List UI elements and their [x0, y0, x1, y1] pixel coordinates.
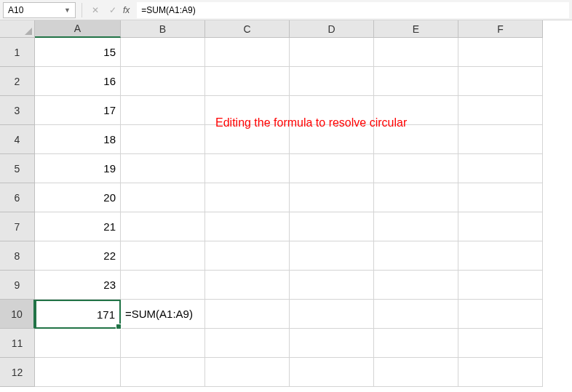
cell-B9[interactable] [121, 271, 205, 300]
cell-A8[interactable]: 22 [35, 241, 121, 271]
enter-icon[interactable]: ✓ [106, 3, 120, 17]
cell-E8[interactable] [374, 241, 458, 271]
row-header-8[interactable]: 8 [0, 241, 35, 271]
cell-E11[interactable] [374, 329, 458, 358]
column-header-F[interactable]: F [458, 20, 543, 38]
cell-E3[interactable] [374, 96, 458, 125]
cell-B3[interactable] [121, 96, 205, 125]
cell-D1[interactable] [290, 38, 374, 67]
row-header-11[interactable]: 11 [0, 329, 35, 358]
cell-C4[interactable] [205, 125, 290, 154]
cell-B1[interactable] [121, 38, 205, 67]
cell-E12[interactable] [374, 358, 458, 387]
fx-icon[interactable]: fx [123, 5, 130, 15]
column-header-D[interactable]: D [290, 20, 374, 38]
cell-C5[interactable] [205, 154, 290, 183]
cell-E7[interactable] [374, 212, 458, 241]
column-header-A[interactable]: A [35, 20, 121, 38]
row-header-5[interactable]: 5 [0, 154, 35, 183]
cell-F12[interactable] [458, 358, 543, 387]
cell-D5[interactable] [290, 154, 374, 183]
column-headers-row: A B C D E F [0, 20, 572, 38]
cell-E10[interactable] [374, 300, 458, 329]
cell-A7[interactable]: 21 [35, 212, 121, 241]
cell-B11[interactable] [121, 329, 205, 358]
cell-C2[interactable] [205, 67, 290, 96]
row-header-3[interactable]: 3 [0, 96, 35, 125]
cell-C8[interactable] [205, 241, 290, 271]
cell-A11[interactable] [35, 329, 121, 358]
cell-F8[interactable] [458, 241, 543, 271]
column-header-C[interactable]: C [205, 20, 290, 38]
cell-F7[interactable] [458, 212, 543, 241]
cell-F9[interactable] [458, 271, 543, 300]
cell-B7[interactable] [121, 212, 205, 241]
cell-D11[interactable] [290, 329, 374, 358]
cell-D7[interactable] [290, 212, 374, 241]
cell-D3[interactable] [290, 96, 374, 125]
cell-D9[interactable] [290, 271, 374, 300]
row-8: 8 22 [0, 241, 572, 271]
row-header-1[interactable]: 1 [0, 38, 35, 67]
cell-A12[interactable] [35, 358, 121, 387]
cell-B2[interactable] [121, 67, 205, 96]
cell-A9[interactable]: 23 [35, 271, 121, 300]
row-header-10[interactable]: 10 [0, 300, 35, 329]
cell-F5[interactable] [458, 154, 543, 183]
row-header-2[interactable]: 2 [0, 67, 35, 96]
column-header-B[interactable]: B [121, 20, 205, 38]
cell-E4[interactable] [374, 125, 458, 154]
cell-C12[interactable] [205, 358, 290, 387]
cell-C7[interactable] [205, 212, 290, 241]
cell-F11[interactable] [458, 329, 543, 358]
cell-B5[interactable] [121, 154, 205, 183]
cell-E9[interactable] [374, 271, 458, 300]
cell-D12[interactable] [290, 358, 374, 387]
cell-A6[interactable]: 20 [35, 183, 121, 212]
cell-D2[interactable] [290, 67, 374, 96]
cell-E2[interactable] [374, 67, 458, 96]
cell-D6[interactable] [290, 183, 374, 212]
row-header-7[interactable]: 7 [0, 212, 35, 241]
row-header-4[interactable]: 4 [0, 125, 35, 154]
cell-C10[interactable] [205, 300, 290, 329]
cell-A2[interactable]: 16 [35, 67, 121, 96]
cell-A1[interactable]: 15 [35, 38, 121, 67]
cell-B10[interactable]: =SUM(A1:A9) [121, 300, 205, 329]
cell-F1[interactable] [458, 38, 543, 67]
row-11: 11 [0, 329, 572, 358]
cell-B12[interactable] [121, 358, 205, 387]
cell-C3[interactable] [205, 96, 290, 125]
formula-input[interactable]: =SUM(A1:A9) [137, 2, 569, 18]
cell-A4[interactable]: 18 [35, 125, 121, 154]
name-box-dropdown-icon[interactable]: ▼ [64, 7, 71, 14]
row-header-12[interactable]: 12 [0, 358, 35, 387]
cell-F10[interactable] [458, 300, 543, 329]
cell-F2[interactable] [458, 67, 543, 96]
name-box[interactable]: A10 ▼ [3, 2, 76, 18]
cell-F4[interactable] [458, 125, 543, 154]
select-all-corner[interactable] [0, 20, 35, 38]
cell-F6[interactable] [458, 183, 543, 212]
row-header-6[interactable]: 6 [0, 183, 35, 212]
cell-C6[interactable] [205, 183, 290, 212]
cell-A10[interactable]: 171 [35, 300, 121, 329]
cell-D4[interactable] [290, 125, 374, 154]
cell-B8[interactable] [121, 241, 205, 271]
column-header-E[interactable]: E [374, 20, 458, 38]
cell-E6[interactable] [374, 183, 458, 212]
cancel-icon[interactable]: ✕ [88, 3, 103, 17]
cell-F3[interactable] [458, 96, 543, 125]
cell-A3[interactable]: 17 [35, 96, 121, 125]
cell-C11[interactable] [205, 329, 290, 358]
cell-E1[interactable] [374, 38, 458, 67]
cell-D10[interactable] [290, 300, 374, 329]
cell-E5[interactable] [374, 154, 458, 183]
cell-A5[interactable]: 19 [35, 154, 121, 183]
cell-B6[interactable] [121, 183, 205, 212]
row-header-9[interactable]: 9 [0, 271, 35, 300]
cell-C1[interactable] [205, 38, 290, 67]
cell-B4[interactable] [121, 125, 205, 154]
cell-C9[interactable] [205, 271, 290, 300]
cell-D8[interactable] [290, 241, 374, 271]
